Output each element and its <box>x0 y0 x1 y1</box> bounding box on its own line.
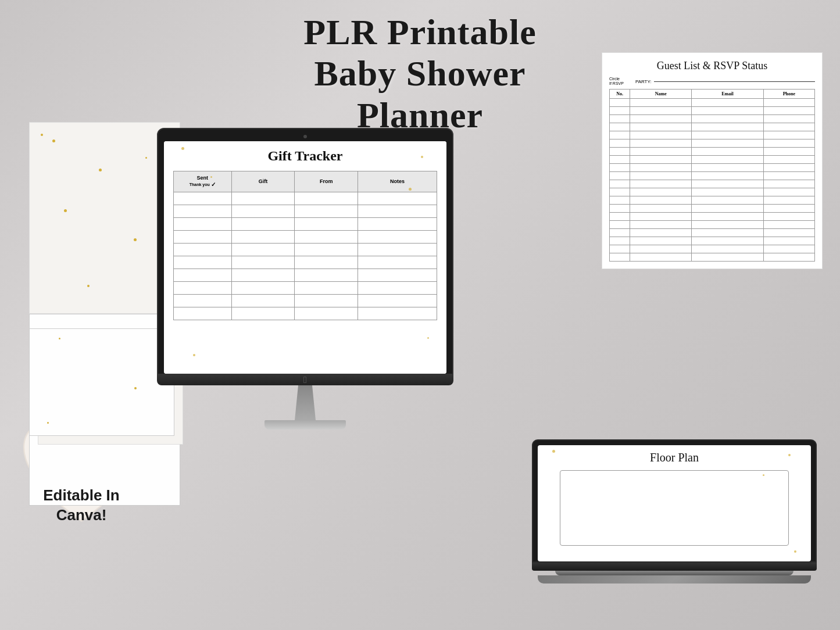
guest-table-cell <box>763 220 814 228</box>
guest-table-cell <box>610 245 630 253</box>
guest-table-cell <box>692 245 764 253</box>
guest-table-cell <box>610 180 630 188</box>
guest-table-cell <box>692 139 764 147</box>
canva-line2: Canva! <box>56 506 107 524</box>
page-bottom-front <box>29 328 174 436</box>
sent-label: Sent <box>197 175 209 181</box>
guest-table-cell <box>763 245 814 253</box>
gift-table-cell <box>358 243 437 256</box>
guest-table-cell <box>610 123 630 131</box>
gift-tracker-title: Gift Tracker <box>173 148 437 164</box>
guest-rsvp-row: Circle If RSVP PARTY: <box>609 77 815 87</box>
gift-table-cell <box>231 256 295 269</box>
gift-table-cell <box>295 217 358 230</box>
gift-table-cell <box>174 230 232 243</box>
gift-table-row <box>174 256 437 269</box>
gift-table-cell <box>174 281 232 294</box>
guest-table-cell <box>610 204 630 212</box>
guest-table-row <box>610 163 815 171</box>
guest-table-cell <box>763 106 814 114</box>
gift-table-row <box>174 230 437 243</box>
guest-table-cell <box>692 188 764 196</box>
guest-table-cell <box>630 228 692 237</box>
guest-table-cell <box>630 131 692 139</box>
laptop-screen-frame: Floor Plan <box>532 439 817 563</box>
guest-table-row <box>610 114 815 123</box>
sparkle-dot <box>788 454 791 456</box>
guest-table-cell <box>692 98 764 106</box>
guest-table-row <box>610 204 815 212</box>
gift-table-row <box>174 243 437 256</box>
guest-table-row <box>610 106 815 114</box>
checkmark-icon: ✓ <box>211 181 216 188</box>
guest-table-cell <box>630 204 692 212</box>
monitor-bottom-bar:  <box>157 375 453 385</box>
circle-label: Circle <box>609 77 624 81</box>
guest-table-cell <box>763 171 814 180</box>
gold-dot <box>59 338 60 339</box>
gift-table: Sent Thank you ✓ Gift From Notes <box>173 171 437 320</box>
guest-table-cell <box>630 196 692 204</box>
guest-table-cell <box>610 114 630 123</box>
gift-table-cell <box>174 256 232 269</box>
guest-table-cell <box>630 245 692 253</box>
guest-table-cell <box>692 228 764 237</box>
gift-table-cell <box>174 243 232 256</box>
guest-table-cell <box>763 114 814 123</box>
col-from-header: From <box>295 171 358 192</box>
gold-dot <box>145 157 147 159</box>
gift-table-row <box>174 205 437 217</box>
guest-list-title: Guest List & RSVP Status <box>609 60 815 72</box>
laptop-hinge <box>555 571 793 575</box>
guest-table-cell <box>692 131 764 139</box>
gift-table-row <box>174 192 437 205</box>
guest-table-header-row: No. Name Email Phone <box>610 89 815 98</box>
guest-table-cell <box>610 106 630 114</box>
col-email-header: Email <box>692 89 764 98</box>
guest-table-cell <box>610 98 630 106</box>
guest-table-cell <box>692 237 764 245</box>
gold-dot <box>87 285 90 287</box>
gift-table-cell <box>231 192 295 205</box>
gift-table-cell <box>231 294 295 307</box>
gift-table-cell <box>231 281 295 294</box>
gold-dot <box>41 134 43 136</box>
gold-dot <box>134 387 137 389</box>
guest-table-cell <box>630 188 692 196</box>
guest-table-row <box>610 253 815 261</box>
gift-table-header-row: Sent Thank you ✓ Gift From Notes <box>174 171 437 192</box>
floor-plan-title: Floor Plan <box>547 451 802 464</box>
guest-table-row <box>610 131 815 139</box>
guest-table-cell <box>610 237 630 245</box>
gift-tracker-content: Gift Tracker Sent Thank you ✓ <box>164 141 446 374</box>
gift-table-cell <box>358 269 437 281</box>
sparkle-dot <box>794 550 796 553</box>
gift-table-row <box>174 217 437 230</box>
sparkle-dot <box>193 354 195 356</box>
guest-table-body <box>610 98 815 261</box>
guest-table-cell <box>692 171 764 180</box>
apple-logo-icon:  <box>303 375 307 385</box>
canva-line1: Editable In <box>43 486 119 504</box>
floor-plan-content: Floor Plan <box>538 445 811 561</box>
guest-table-cell <box>630 171 692 180</box>
gift-table-row <box>174 281 437 294</box>
guest-table-cell <box>692 204 764 212</box>
col-phone-header: Phone <box>763 89 814 98</box>
gift-table-cell <box>231 217 295 230</box>
guest-table-cell <box>763 147 814 155</box>
guest-table-cell <box>763 98 814 106</box>
gift-table-row <box>174 269 437 281</box>
gift-table-cell <box>358 192 437 205</box>
guest-table-cell <box>610 131 630 139</box>
guest-table-cell <box>610 171 630 180</box>
gold-dot <box>52 139 55 142</box>
gift-table-cell <box>358 205 437 217</box>
guest-table-cell <box>610 220 630 228</box>
guest-table-cell <box>630 212 692 220</box>
sparkle-dot <box>210 176 212 178</box>
title-line2: Baby Shower <box>314 53 526 93</box>
gift-table-cell <box>295 307 358 320</box>
gift-table-cell <box>231 243 295 256</box>
guest-table-cell <box>630 253 692 261</box>
